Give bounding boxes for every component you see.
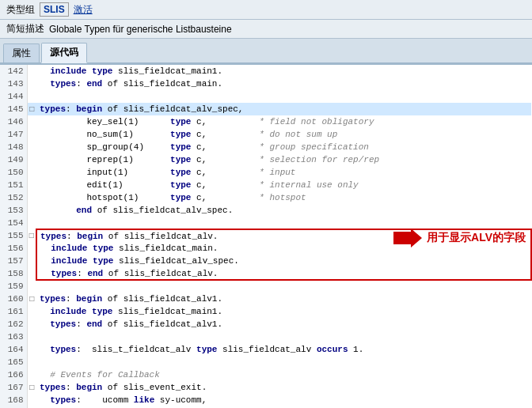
line-code: types: end of slis_fieldcat_main. [36,77,531,90]
line-code: key_sel(1) type c, * field not obligator… [36,115,531,128]
line-code: types: begin of slis_fieldcat_alv1. [36,293,531,305]
expand-toggle [27,77,36,90]
line-code: # Events for Callback [36,368,531,381]
line-number: 145 [0,103,27,115]
line-code [36,217,531,229]
description-label: 简短描述 [6,22,44,36]
table-row: 167□types: begin of slis_event_exit. [0,381,531,394]
line-number: 167 [0,381,27,394]
line-number: 152 [0,191,27,204]
table-row: 161 include type slis_fieldcat_main1. [0,305,531,318]
expand-toggle [27,90,36,103]
tab-properties[interactable]: 属性 [3,43,40,62]
expand-toggle [27,267,36,280]
expand-toggle [27,65,36,77]
expand-toggle [27,331,36,343]
table-row: 158 types: end of slis_fieldcat_alv. [0,267,531,280]
line-code: edit(1) type c, * internal use only [36,179,531,191]
line-number: 150 [0,166,27,179]
line-number: 156 [0,242,27,255]
line-code: types: begin of slis_fieldcat_alv. [36,229,531,242]
tab-source[interactable]: 源代码 [41,43,87,63]
table-row: 153 end of slis_fieldcat_alv_spec. [0,204,531,217]
line-code [36,331,531,343]
line-code: include type slis_fieldcat_main. [36,242,531,255]
line-number: 151 [0,179,27,191]
expand-toggle[interactable]: □ [27,103,36,115]
table-row: 143 types: end of slis_fieldcat_main. [0,77,531,90]
table-row: 166 # Events for Callback [0,368,531,381]
table-row: 147 no_sum(1) type c, * do not sum up [0,128,531,141]
expand-toggle [27,115,36,128]
line-number: 154 [0,217,27,229]
table-row: 165 [0,356,531,368]
line-code: include type slis_fieldcat_main1. [36,305,531,318]
line-code [36,90,531,103]
active-link[interactable]: 激活 [74,3,93,17]
description-row: 简短描述 Globale Typen für generische Listba… [0,20,532,39]
line-code: types: slis_t_fieldcat_alv type slis_fie… [36,343,531,356]
expand-toggle [27,356,36,368]
expand-toggle [27,394,36,406]
line-code: sp_group(4) type c, * group specificatio… [36,141,531,153]
line-number: 166 [0,368,27,381]
line-number: 161 [0,305,27,318]
line-code: types: end of slis_fieldcat_alv1. [36,318,531,331]
line-number: 157 [0,255,27,267]
line-number: 148 [0,141,27,153]
expand-toggle[interactable]: □ [27,229,36,242]
table-row: 146 key_sel(1) type c, * field not oblig… [0,115,531,128]
expand-toggle [27,179,36,191]
code-area[interactable]: 142 include type slis_fieldcat_main1.143… [0,64,532,408]
table-row: 144 [0,90,531,103]
table-row: 151 edit(1) type c, * internal use only [0,179,531,191]
expand-toggle [27,153,36,166]
table-row: 159 [0,280,531,293]
line-number: 158 [0,267,27,280]
line-number: 162 [0,318,27,331]
line-number: 149 [0,153,27,166]
table-row: 168 types: ucomm like sy-ucomm, [0,394,531,406]
code-table: 142 include type slis_fieldcat_main1.143… [0,65,532,408]
table-row: 145□types: begin of slis_fieldcat_alv_sp… [0,103,531,115]
table-row: 156 include type slis_fieldcat_main. [0,242,531,255]
line-number: 144 [0,90,27,103]
line-code [36,280,531,293]
line-code [36,356,531,368]
expand-toggle [27,255,36,267]
line-number: 160 [0,293,27,305]
table-row: 163 [0,331,531,343]
line-code: include type slis_fieldcat_main1. [36,65,531,77]
line-code: no_sum(1) type c, * do not sum up [36,128,531,141]
table-row: 149 reprep(1) type c, * selection for re… [0,153,531,166]
table-row: 148 sp_group(4) type c, * group specific… [0,141,531,153]
line-number: 163 [0,331,27,343]
table-row: 160□types: begin of slis_fieldcat_alv1. [0,293,531,305]
table-row: 155□types: begin of slis_fieldcat_alv. [0,229,531,242]
expand-toggle[interactable]: □ [27,293,36,305]
line-code: input(1) type c, * input [36,166,531,179]
line-number: 146 [0,115,27,128]
app-container: 类型组 SLIS 激活 简短描述 Globale Typen für gener… [0,0,532,408]
type-group-label: 类型组 [6,3,35,17]
line-code: include type slis_fieldcat_alv_spec. [36,255,531,267]
description-value: Globale Typen für generische Listbaustei… [49,24,232,35]
table-row: 157 include type slis_fieldcat_alv_spec. [0,255,531,267]
table-row: 152 hotspot(1) type c, * hotspot [0,191,531,204]
expand-toggle [27,343,36,356]
table-row: 150 input(1) type c, * input [0,166,531,179]
line-number: 164 [0,343,27,356]
line-code: types: ucomm like sy-ucomm, [36,394,531,406]
type-group-row: 类型组 SLIS 激活 [0,0,532,20]
expand-toggle[interactable]: □ [27,381,36,394]
line-number: 159 [0,280,27,293]
line-number: 168 [0,394,27,406]
line-code: end of slis_fieldcat_alv_spec. [36,204,531,217]
table-row: 164 types: slis_t_fieldcat_alv type slis… [0,343,531,356]
expand-toggle [27,128,36,141]
line-number: 143 [0,77,27,90]
expand-toggle [27,318,36,331]
table-row: 154 [0,217,531,229]
expand-toggle [27,242,36,255]
expand-toggle [27,305,36,318]
